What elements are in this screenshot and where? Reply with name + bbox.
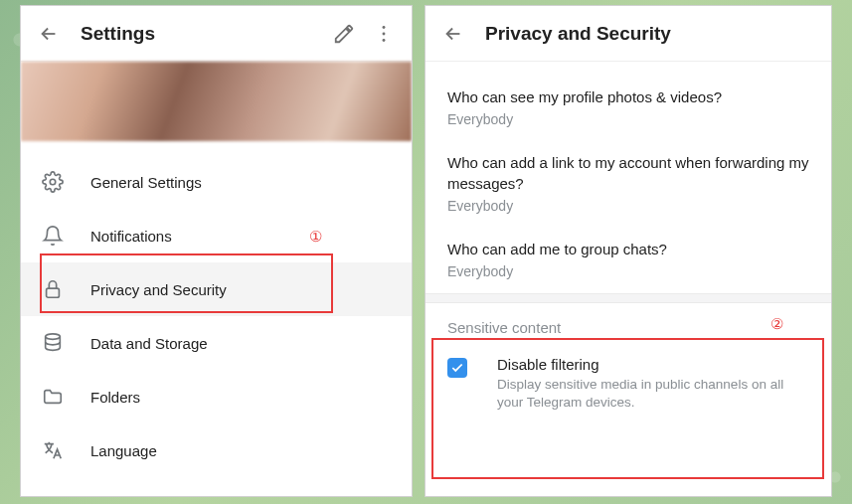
checkbox-title: Disable filtering: [497, 356, 809, 373]
svg-rect-4: [47, 288, 60, 297]
privacy-item-group-chats[interactable]: Who can add me to group chats? Everybody: [426, 228, 831, 293]
menu-item-label: General Settings: [90, 174, 202, 191]
svg-point-3: [50, 179, 56, 185]
privacy-answer: Everybody: [447, 111, 809, 127]
privacy-body: Who can see my profile photos & videos? …: [426, 62, 831, 496]
annotation-label-2: ②: [770, 315, 783, 333]
checkbox-desc: Display sensitive media in public channe…: [497, 376, 809, 412]
arrow-left-icon: [38, 23, 60, 45]
bell-icon: [41, 224, 65, 248]
svg-point-1: [383, 32, 386, 35]
folder-icon: [41, 385, 65, 409]
edit-button[interactable]: [324, 14, 364, 54]
disable-filtering-text: Disable filtering Display sensitive medi…: [497, 356, 809, 412]
settings-panel: Settings General Settings Notifications …: [20, 5, 413, 497]
lock-icon: [41, 277, 65, 301]
settings-title: Settings: [81, 23, 324, 45]
more-vertical-icon: [373, 23, 395, 45]
privacy-question: Who can add a link to my account when fo…: [447, 153, 809, 194]
privacy-panel: Privacy and Security Who can see my prof…: [425, 5, 832, 497]
menu-item-label: Data and Storage: [90, 335, 208, 352]
check-icon: [450, 361, 464, 375]
profile-banner[interactable]: [21, 62, 412, 141]
menu-item-notifications[interactable]: Notifications: [21, 209, 412, 262]
disable-filtering-row[interactable]: Disable filtering Display sensitive medi…: [426, 342, 831, 425]
svg-point-2: [383, 38, 386, 41]
pencil-icon: [333, 23, 355, 45]
menu-item-data-storage[interactable]: Data and Storage: [21, 316, 412, 370]
arrow-left-icon: [442, 23, 464, 45]
disable-filtering-checkbox[interactable]: [447, 358, 467, 378]
back-button[interactable]: [433, 14, 473, 54]
privacy-answer: Everybody: [447, 263, 809, 279]
menu-item-privacy-security[interactable]: Privacy and Security: [21, 262, 412, 316]
settings-menu: General Settings Notifications Privacy a…: [21, 141, 412, 477]
menu-item-label: Language: [90, 442, 157, 459]
settings-header: Settings: [21, 6, 412, 62]
menu-item-label: Privacy and Security: [90, 281, 227, 298]
database-icon: [41, 331, 65, 355]
privacy-item-profile-photos[interactable]: Who can see my profile photos & videos? …: [426, 76, 831, 141]
privacy-item-forward-link[interactable]: Who can add a link to my account when fo…: [426, 141, 831, 228]
gear-icon: [41, 170, 65, 194]
more-button[interactable]: [364, 14, 404, 54]
privacy-title: Privacy and Security: [485, 23, 823, 45]
menu-item-general-settings[interactable]: General Settings: [21, 155, 412, 209]
language-icon: [41, 438, 65, 462]
annotation-label-1: ①: [309, 228, 322, 246]
menu-item-folders[interactable]: Folders: [21, 370, 412, 423]
svg-point-0: [383, 26, 386, 29]
privacy-header: Privacy and Security: [426, 6, 831, 62]
privacy-question: Who can add me to group chats?: [447, 240, 809, 259]
menu-item-language[interactable]: Language: [21, 423, 412, 477]
back-button[interactable]: [29, 14, 69, 54]
privacy-question: Who can see my profile photos & videos?: [447, 87, 809, 107]
menu-item-label: Folders: [90, 389, 140, 406]
section-divider: [426, 293, 831, 303]
svg-point-5: [46, 334, 61, 340]
menu-item-label: Notifications: [90, 228, 172, 245]
privacy-answer: Everybody: [447, 198, 809, 214]
